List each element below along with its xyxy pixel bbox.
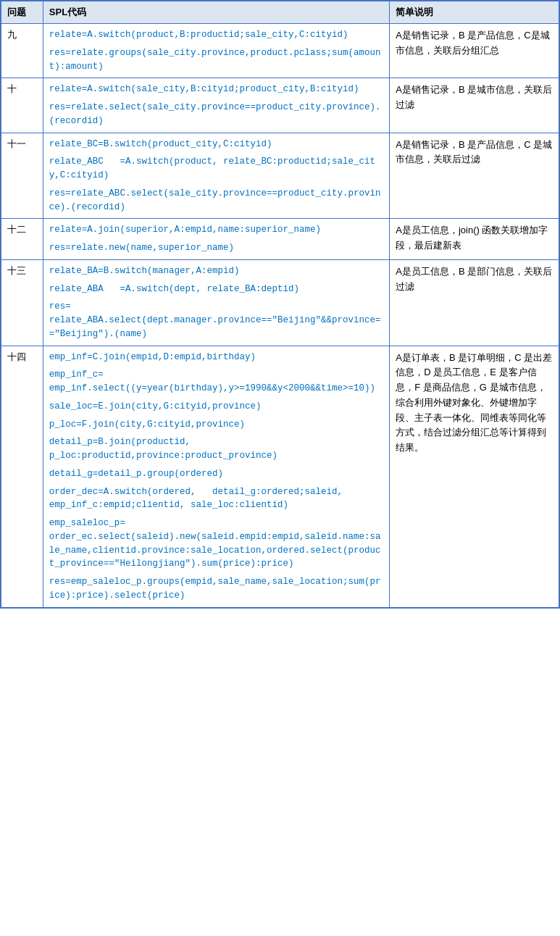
- code-block: detail_p=B.join(productid, p_loc:product…: [49, 435, 383, 463]
- row-code: relate_BA=B.switch(manager,A:empid)relat…: [43, 259, 389, 346]
- row-code: relate=A.switch(sale_city,B:cityid;produ…: [43, 78, 389, 133]
- table-row: 十二relate=A.join(superior,A:empid,name:su…: [1, 219, 559, 260]
- code-block: relate_BA=B.switch(manager,A:empid): [49, 264, 383, 278]
- code-block: res=emp_saleloc_p.groups(empid,sale_name…: [49, 575, 383, 603]
- code-block: res=relate_ABC.select(sale_city.province…: [49, 187, 383, 214]
- row-code: relate=A.join(superior,A:empid,name:supe…: [43, 219, 389, 260]
- row-code: relate=A.switch(product,B:productid;sale…: [43, 24, 389, 78]
- row-code: emp_inf=C.join(empid,D:empid,birthday)em…: [43, 346, 389, 607]
- row-desc: A是销售记录，B 是城市信息，关联后过滤: [390, 78, 559, 133]
- row-desc: A是销售记录，B 是产品信息，C 是城市信息，关联后过滤: [390, 133, 559, 219]
- main-table: 问题 SPL代码 简单说明 九relate=A.switch(product,B…: [0, 0, 560, 609]
- code-block: emp_inf=C.join(empid,D:empid,birthday): [49, 351, 383, 364]
- row-num: 九: [1, 24, 43, 78]
- row-num: 十四: [1, 346, 43, 607]
- header-spl: SPL代码: [43, 1, 389, 24]
- code-block: relate_BC=B.switch(product_city,C:cityid…: [49, 138, 383, 151]
- code-block: emp_saleloc_p= order_ec.select(saleid).n…: [49, 517, 383, 571]
- code-block: relate_ABA =A.switch(dept, relate_BA:dep…: [49, 283, 383, 296]
- row-desc: A是员工信息，join() 函数关联增加字段，最后建新表: [390, 219, 559, 260]
- table-row: 十一relate_BC=B.switch(product_city,C:city…: [1, 133, 559, 219]
- row-desc: A是订单表，B 是订单明细，C 是出差信息，D 是员工信息，E 是客户信息，F …: [390, 346, 559, 607]
- desc-text: A是销售记录，B 是产品信息，C是城市信息，关联后分组汇总: [396, 30, 549, 56]
- table-row: 十relate=A.switch(sale_city,B:cityid;prod…: [1, 78, 559, 133]
- table-row: 九relate=A.switch(product,B:productid;sal…: [1, 24, 559, 78]
- code-block: res=relate.select(sale_city.province==pr…: [49, 101, 383, 128]
- code-block: res=relate.groups(sale_city.province,pro…: [49, 46, 383, 74]
- desc-text: A是销售记录，B 是城市信息，关联后过滤: [396, 84, 552, 110]
- table-row: 十四emp_inf=C.join(empid,D:empid,birthday)…: [1, 346, 559, 607]
- code-block: relate=A.join(superior,A:empid,name:supe…: [49, 223, 383, 237]
- code-block: relate=A.switch(sale_city,B:cityid;produ…: [49, 83, 383, 96]
- row-desc: A是销售记录，B 是产品信息，C是城市信息，关联后分组汇总: [390, 24, 559, 78]
- desc-text: A是销售记录，B 是产品信息，C 是城市信息，关联后过滤: [396, 139, 552, 165]
- code-block: res=relate.new(name,superior_name): [49, 241, 383, 255]
- row-num: 十二: [1, 219, 43, 260]
- desc-text: A是员工信息，join() 函数关联增加字段，最后建新表: [396, 225, 548, 251]
- table-row: 十三relate_BA=B.switch(manager,A:empid)rel…: [1, 259, 559, 346]
- header-desc: 简单说明: [390, 1, 559, 24]
- row-desc: A是员工信息，B 是部门信息，关联后过滤: [390, 259, 559, 346]
- row-num: 十一: [1, 133, 43, 219]
- row-num: 十: [1, 78, 43, 133]
- row-code: relate_BC=B.switch(product_city,C:cityid…: [43, 133, 389, 219]
- code-block: order_dec=A.switch(ordered, detail_g:ord…: [49, 485, 383, 513]
- code-block: p_loc=F.join(city,G:cityid,province): [49, 418, 383, 432]
- code-block: relate_ABC =A.switch(product, relate_BC:…: [49, 155, 383, 183]
- code-block: emp_inf_c= emp_inf.select((y=year(birthd…: [49, 368, 383, 396]
- code-block: sale_loc=E.join(city,G:cityid,province): [49, 400, 383, 414]
- desc-text: A是订单表，B 是订单明细，C 是出差信息，D 是员工信息，E 是客户信息，F …: [396, 352, 552, 454]
- header-num: 问题: [1, 1, 43, 24]
- row-num: 十三: [1, 259, 43, 346]
- code-block: relate=A.switch(product,B:productid;sale…: [49, 28, 383, 42]
- code-block: detail_g=detail_p.group(ordered): [49, 467, 383, 481]
- desc-text: A是员工信息，B 是部门信息，关联后过滤: [396, 266, 552, 292]
- code-block: res= relate_ABA.select(dept.manager.prov…: [49, 300, 383, 340]
